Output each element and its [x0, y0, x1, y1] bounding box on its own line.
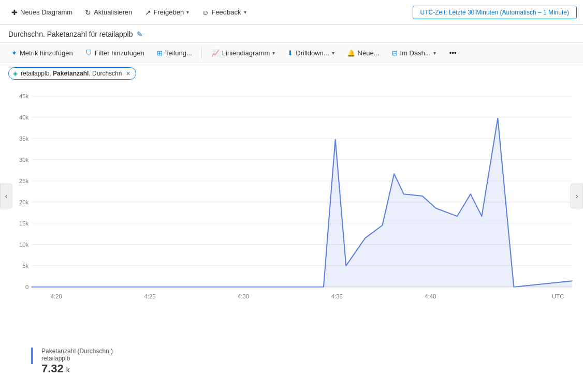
- metric-icon: ✦: [11, 49, 17, 57]
- line-chart-icon: 📈: [211, 49, 220, 57]
- svg-text:4:35: 4:35: [331, 294, 343, 300]
- page-title: Durchschn. Paketanzahl für retailapplb: [8, 30, 133, 38]
- smiley-icon: ☺: [201, 8, 209, 17]
- svg-text:40k: 40k: [19, 114, 29, 120]
- line-chart-dropdown-arrow: ▾: [272, 50, 275, 56]
- add-metric-label: Metrik hinzufügen: [20, 49, 73, 57]
- svg-text:45k: 45k: [19, 93, 29, 99]
- new-icon: 🔔: [347, 49, 355, 57]
- drilldown-icon: ⬇: [287, 49, 293, 57]
- legend-color-bar: [31, 348, 33, 364]
- metric-tag-text: retailapplb, Paketanzahl, Durchschn: [21, 70, 122, 77]
- dashboard-icon: ⊟: [392, 49, 398, 57]
- new-label: Neue...: [358, 49, 380, 57]
- svg-text:15k: 15k: [19, 220, 29, 227]
- legend-value: 7.32: [41, 362, 64, 375]
- time-selector-label: UTC-Zeit: Letzte 30 Minuten (Automatisch…: [420, 9, 569, 16]
- chevron-left-icon: ‹: [5, 192, 8, 200]
- svg-text:30k: 30k: [19, 157, 29, 163]
- svg-text:0: 0: [25, 284, 28, 290]
- update-button[interactable]: ↻ Aktualisieren: [80, 6, 137, 19]
- share-button[interactable]: ↗ Freigeben ▾: [140, 6, 195, 19]
- split-button[interactable]: ⊞ Teilung...: [152, 47, 197, 59]
- secondary-toolbar: ✦ Metrik hinzufügen ⛉ Filter hinzufügen …: [0, 42, 583, 63]
- plus-icon: ✚: [11, 8, 18, 17]
- dashboard-dropdown-arrow: ▾: [433, 50, 436, 56]
- svg-text:20k: 20k: [19, 199, 29, 205]
- add-filter-label: Filter hinzufügen: [95, 49, 144, 57]
- update-label: Aktualisieren: [94, 8, 132, 16]
- svg-text:4:25: 4:25: [144, 294, 155, 300]
- line-chart-button[interactable]: 📈 Liniendiagramm ▾: [206, 47, 281, 59]
- svg-text:35k: 35k: [19, 135, 29, 142]
- legend-label2: retailapplb: [41, 355, 113, 362]
- svg-text:25k: 25k: [19, 178, 29, 184]
- refresh-icon: ↻: [85, 8, 91, 17]
- svg-text:4:40: 4:40: [425, 294, 436, 300]
- dashboard-button[interactable]: ⊟ Im Dash... ▾: [387, 47, 441, 59]
- new-diagram-label: Neues Diagramm: [20, 8, 72, 16]
- add-filter-button[interactable]: ⛉ Filter hinzufügen: [80, 47, 150, 59]
- edit-icon[interactable]: ✎: [137, 30, 143, 38]
- svg-text:5k: 5k: [22, 263, 28, 269]
- title-row: Durchschn. Paketanzahl für retailapplb ✎: [0, 25, 583, 42]
- metric-tag-icon: ◈: [13, 70, 18, 77]
- nav-arrow-right[interactable]: ›: [571, 184, 583, 208]
- feedback-button[interactable]: ☺ Feedback ▾: [196, 6, 251, 19]
- new-button[interactable]: 🔔 Neue...: [342, 47, 385, 59]
- legend-label1: Paketanzahl (Durchschn.): [41, 348, 113, 355]
- share-label: Freigeben: [154, 8, 184, 16]
- svg-text:4:30: 4:30: [238, 294, 249, 300]
- new-diagram-button[interactable]: ✚ Neues Diagramm: [6, 6, 78, 19]
- separator1: [201, 47, 202, 59]
- legend-item: Paketanzahl (Durchschn.) retailapplb 7.3…: [31, 348, 575, 375]
- metric-tag: ◈ retailapplb, Paketanzahl, Durchschn ×: [8, 67, 136, 80]
- chart-container: 45k 40k 35k 30k 25k 20k 15k 10k 5k 0: [0, 84, 583, 343]
- chart-wrapper: 45k 40k 35k 30k 25k 20k 15k 10k 5k 0: [8, 89, 575, 306]
- svg-text:10k: 10k: [19, 242, 29, 248]
- add-metric-button[interactable]: ✦ Metrik hinzufügen: [6, 47, 78, 59]
- dashboard-label: Im Dash...: [400, 49, 431, 57]
- time-selector-button[interactable]: UTC-Zeit: Letzte 30 Minuten (Automatisch…: [413, 6, 577, 19]
- split-icon: ⊞: [157, 49, 163, 57]
- legend-unit: k: [66, 366, 70, 374]
- nav-arrow-left[interactable]: ‹: [0, 184, 12, 208]
- ellipsis-icon: •••: [449, 49, 457, 57]
- svg-text:4:20: 4:20: [51, 294, 62, 300]
- metric-tag-close[interactable]: ×: [126, 70, 130, 77]
- top-toolbar: ✚ Neues Diagramm ↻ Aktualisieren ↗ Freig…: [0, 0, 583, 25]
- feedback-dropdown-arrow: ▾: [244, 9, 246, 15]
- split-label: Teilung...: [165, 49, 192, 57]
- line-chart: 45k 40k 35k 30k 25k 20k 15k 10k 5k 0: [8, 89, 575, 306]
- line-chart-label: Liniendiagramm: [222, 49, 270, 57]
- drilldown-label: Drilldown...: [296, 49, 329, 57]
- drilldown-dropdown-arrow: ▾: [332, 50, 334, 56]
- svg-text:UTC: UTC: [552, 294, 564, 300]
- tag-row: ◈ retailapplb, Paketanzahl, Durchschn ×: [0, 63, 583, 84]
- filter-icon: ⛉: [85, 49, 92, 57]
- chart-legend: Paketanzahl (Durchschn.) retailapplb 7.3…: [0, 343, 583, 378]
- more-options-button[interactable]: •••: [445, 47, 461, 59]
- chart-area-fill: [32, 118, 572, 287]
- share-dropdown-arrow: ▾: [186, 9, 189, 15]
- share-icon: ↗: [145, 8, 151, 17]
- feedback-label: Feedback: [211, 8, 241, 16]
- chevron-right-icon: ›: [576, 192, 578, 200]
- drilldown-button[interactable]: ⬇ Drilldown... ▾: [282, 47, 339, 59]
